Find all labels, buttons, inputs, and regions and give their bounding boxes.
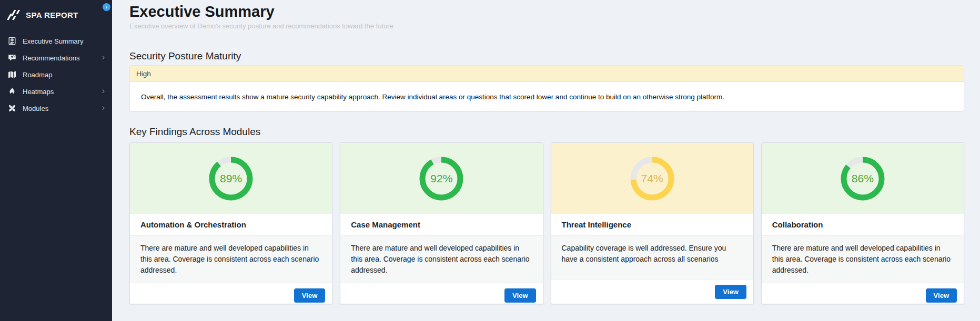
comment-pin-icon: [7, 54, 16, 63]
key-findings-heading: Key Findings Across Modules: [129, 126, 964, 138]
module-score-value: 74%: [629, 156, 675, 202]
chevron-right-icon: ›: [102, 53, 105, 63]
view-button[interactable]: View: [926, 288, 957, 303]
module-description: There are mature and well developed capa…: [340, 236, 542, 283]
chevron-right-icon: ›: [102, 87, 105, 96]
sidebar-item-label: Executive Summary: [23, 37, 105, 45]
main-content: Executive Summary Executive overview of …: [112, 0, 980, 321]
report-board-icon: [7, 37, 16, 46]
page-subtitle: Executive overview of Demo's security po…: [129, 22, 964, 30]
module-card-footer: View: [130, 283, 332, 304]
module-title: Automation & Orchestration: [130, 214, 332, 236]
module-score-value: 92%: [418, 156, 464, 202]
maturity-level-banner: High: [130, 66, 964, 82]
donut-chart: 74%: [629, 156, 675, 202]
donut-chart: 92%: [418, 156, 464, 202]
module-cards-grid: 89% Automation & Orchestration There are…: [129, 142, 964, 304]
sidebar-item-label: Heatmaps: [23, 88, 102, 96]
donut-chart: 86%: [840, 156, 886, 202]
sidebar-nav: Executive Summary Recommendations ›: [0, 33, 112, 117]
donut-chart: 89%: [208, 156, 254, 202]
module-score-chart: 92%: [340, 143, 542, 214]
sidebar-item-label: Modules: [23, 105, 102, 112]
module-description: Capability coverage is well addressed. E…: [551, 236, 753, 279]
chevron-left-icon: ‹: [106, 4, 108, 10]
module-card-collaboration: 86% Collaboration There are mature and w…: [761, 142, 964, 304]
maturity-section-heading: Security Posture Maturity: [129, 50, 964, 62]
module-score-chart: 86%: [762, 143, 964, 214]
sidebar-item-recommendations[interactable]: Recommendations ›: [0, 49, 112, 66]
brand-title: SPA REPORT: [26, 11, 78, 19]
chevron-right-icon: ›: [102, 103, 105, 113]
page-title: Executive Summary: [129, 3, 964, 20]
view-button[interactable]: View: [715, 285, 746, 299]
module-card-footer: View: [551, 279, 753, 304]
sidebar-item-roadmap[interactable]: Roadmap: [0, 66, 112, 83]
flame-icon: [7, 87, 16, 96]
map-icon: [7, 70, 16, 79]
sidebar-collapse-toggle[interactable]: ‹: [103, 3, 110, 11]
maturity-card: High Overall, the assessment results sho…: [129, 65, 964, 111]
module-card-threat-intelligence: 74% Threat Intelligence Capability cover…: [551, 142, 754, 304]
module-score-chart: 89%: [130, 143, 332, 214]
maturity-summary-text: Overall, the assessment results show a m…: [130, 82, 964, 111]
module-title: Threat Intelligence: [551, 214, 753, 236]
sidebar: SPA REPORT Executive Summary: [0, 0, 112, 321]
module-score-chart: 74%: [551, 143, 753, 214]
module-card-case-management: 92% Case Management There are mature and…: [340, 142, 543, 304]
module-card-footer: View: [340, 283, 542, 304]
module-score-value: 89%: [208, 156, 254, 202]
view-button[interactable]: View: [504, 288, 536, 303]
module-description: There are mature and well developed capa…: [762, 236, 964, 283]
pinwheel-icon: [7, 104, 16, 113]
sidebar-item-modules[interactable]: Modules ›: [0, 100, 112, 117]
view-button[interactable]: View: [294, 288, 325, 303]
module-title: Case Management: [340, 214, 542, 236]
sidebar-item-executive-summary[interactable]: Executive Summary: [0, 33, 112, 49]
module-card-footer: View: [762, 283, 964, 304]
sidebar-item-label: Roadmap: [23, 71, 105, 79]
sidebar-item-label: Recommendations: [23, 54, 102, 62]
module-description: There are mature and well developed capa…: [130, 236, 332, 283]
app-window: ‹ SPA REPORT: [0, 0, 980, 321]
module-card-automation-orchestration: 89% Automation & Orchestration There are…: [129, 142, 332, 304]
module-score-value: 86%: [840, 156, 886, 202]
module-title: Collaboration: [762, 214, 964, 236]
spa-logo-icon: [6, 9, 20, 20]
brand: SPA REPORT: [0, 5, 112, 24]
sidebar-item-heatmaps[interactable]: Heatmaps ›: [0, 83, 112, 100]
